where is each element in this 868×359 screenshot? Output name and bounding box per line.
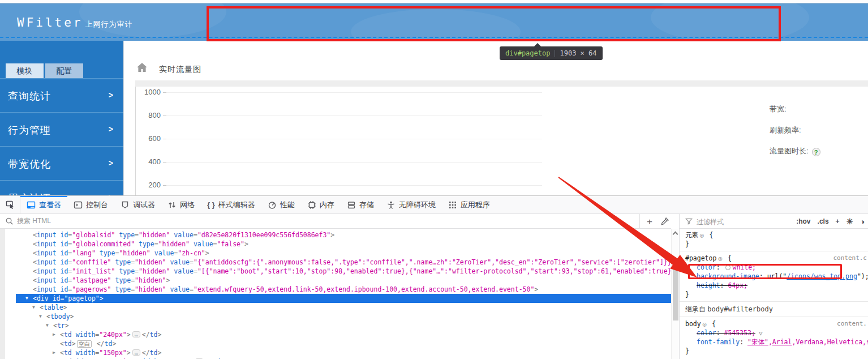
devtools-tab-控制台[interactable]: 控制台 — [67, 196, 114, 213]
sidebar-item-用户认证[interactable]: 用户认证> — [0, 180, 123, 195]
rule-selector[interactable]: #pagetop — [685, 254, 716, 262]
expanded-twisty-icon[interactable]: ▼ — [39, 312, 42, 321]
code-token: = — [190, 285, 194, 293]
ellipsis-expander[interactable]: … — [132, 349, 140, 356]
collapsed-twisty-icon[interactable]: ▶ — [53, 348, 55, 357]
sidebar-item-行为管理[interactable]: 行为管理> — [0, 112, 123, 146]
eyedropper-icon[interactable] — [660, 217, 669, 226]
devtools-tab-内存[interactable]: 内存 — [301, 196, 341, 213]
devtools-tab-无障碍环境[interactable]: 无障碍环境 — [380, 196, 442, 213]
markup-node[interactable]: <input id="pagerows" type="hidden" value… — [0, 285, 671, 294]
css-declaration-font-family[interactable]: font-family: "宋体",Arial,Verdana,Helvetic… — [685, 337, 868, 347]
devtools-tab-label: 调试器 — [133, 200, 155, 210]
devtools-tab-网络[interactable]: 网络 — [161, 196, 201, 213]
gridline — [166, 116, 542, 116]
markup-scrollbar[interactable] — [671, 229, 679, 359]
markup-node[interactable]: <input id="init_list" type="hidden" valu… — [0, 267, 671, 276]
print-simulation-icon[interactable]: ◑ — [860, 217, 865, 226]
code-token: input — [37, 267, 57, 275]
code-token: value — [166, 258, 190, 266]
markup-search-bar: + — [0, 214, 671, 229]
rule-divider — [680, 317, 868, 317]
overridden-filter-icon[interactable]: ▽ — [759, 330, 763, 337]
scroll-up-icon[interactable] — [673, 232, 678, 237]
tab-config[interactable]: 配置 — [45, 63, 83, 78]
markup-node[interactable]: <input id="lang" type="hidden" value="zh… — [0, 249, 671, 258]
add-rule-button[interactable]: + — [836, 217, 840, 225]
highlight-target-icon[interactable]: ◎ — [718, 255, 722, 262]
tab-modules[interactable]: 模块 — [6, 63, 44, 78]
markup-node-selected[interactable]: ▼<div id="pagetop"> — [16, 294, 671, 303]
highlight-target-icon[interactable]: ◎ — [700, 232, 704, 239]
infobar-node-name: div#pagetop — [505, 49, 550, 57]
page-title: 实时流量图 — [159, 65, 201, 75]
expanded-twisty-icon[interactable]: ▼ — [25, 294, 28, 303]
code-token: > — [72, 340, 76, 348]
devtools-toolbar: 查看器控制台调试器网络{ }样式编辑器性能内存存储无障碍环境应用程序 — [0, 196, 868, 214]
markup-node[interactable]: ▶<td width="240px">…</td> — [0, 330, 671, 339]
devtools-tab-查看器[interactable]: 查看器 — [20, 196, 67, 213]
code-token: type — [115, 267, 135, 275]
add-node-button[interactable]: + — [647, 217, 652, 226]
markup-node[interactable]: <input id="globalsid" type="hidden" valu… — [0, 230, 671, 240]
markup-node[interactable]: ▼<table> — [0, 303, 671, 312]
code-token: td — [64, 349, 72, 357]
chart-toolbar-strip — [135, 80, 868, 87]
code-token: value — [170, 267, 194, 275]
sidebar-tabs: 模块 配置 — [6, 63, 83, 78]
font-link[interactable]: Arial — [772, 338, 792, 346]
highlight-target-icon[interactable]: ◎ — [703, 320, 707, 328]
css-declaration-height[interactable]: height: 64px; — [685, 281, 868, 290]
code-token: < — [40, 304, 44, 311]
code-token: "globalsid" — [72, 231, 115, 239]
markup-node[interactable]: <input id="lastpage" type="hidden"> — [0, 276, 671, 285]
sidebar-item-查询统计[interactable]: 查询统计> — [0, 78, 123, 112]
stylesheet-source-link[interactable]: content.c — [833, 254, 867, 263]
sidebar-item-label: 行为管理 — [8, 123, 51, 137]
filter-styles-placeholder[interactable]: 过滤样式 — [697, 217, 724, 227]
sidebar-item-带宽优化[interactable]: 带宽优化> — [0, 146, 123, 180]
tick-label: 1000 — [136, 88, 161, 96]
code-token: > — [244, 240, 248, 248]
home-icon[interactable] — [136, 62, 148, 72]
markup-node[interactable]: <input id="globalcommited" type="hidden"… — [0, 240, 671, 249]
light-mode-icon[interactable]: ☀ — [846, 217, 854, 226]
code-token: < — [46, 313, 50, 320]
pseudo-class-button[interactable]: :hov — [796, 217, 810, 225]
expanded-twisty-icon[interactable]: ▼ — [32, 303, 35, 312]
collapsed-twisty-icon[interactable]: ▶ — [53, 330, 55, 339]
markup-node[interactable]: ▶<td width="150px">…</td> — [0, 348, 671, 357]
scrollbar-thumb[interactable] — [673, 258, 678, 320]
font-link[interactable]: "宋体" — [747, 338, 768, 346]
code-token: td — [150, 331, 158, 339]
inherited-selector[interactable]: body#wfilterbody — [707, 305, 773, 313]
help-icon[interactable]: ? — [812, 148, 820, 156]
code-token: < — [60, 340, 64, 348]
devtools-tab-性能[interactable]: 性能 — [261, 196, 301, 213]
code-token: </ — [97, 340, 105, 348]
class-panel-button[interactable]: .cls — [818, 217, 829, 225]
stylesheet-source-link[interactable]: content. — [837, 319, 867, 328]
devtools-tab-调试器[interactable]: 调试器 — [114, 196, 161, 213]
infobar-caret — [534, 43, 542, 47]
css-declaration-color[interactable]: color: #545353;▽ — [685, 328, 868, 337]
node-picker-button[interactable] — [0, 196, 20, 213]
expanded-twisty-icon[interactable]: ▼ — [46, 321, 49, 330]
network-icon — [167, 200, 177, 210]
code-token: = — [194, 267, 197, 275]
markup-node[interactable]: ▼<tr> — [0, 321, 671, 330]
search-html-input[interactable] — [17, 215, 470, 226]
markup-node[interactable]: <input id="conffile" type="hidden" value… — [0, 258, 671, 267]
rule-selector[interactable]: 元素 — [685, 231, 698, 239]
devtools-tab-样式编辑器[interactable]: { }样式编辑器 — [201, 196, 261, 213]
inherited-from-header: 继承自 body#wfilterbody — [685, 304, 868, 314]
rule-selector[interactable]: body — [685, 320, 701, 328]
markup-node[interactable]: <td>空白 </td> — [0, 339, 671, 348]
setting-label: 刷新频率: — [753, 125, 854, 146]
markup-node[interactable]: ▼<tbody> — [0, 312, 671, 321]
devtools-tab-应用程序[interactable]: 应用程序 — [442, 196, 496, 213]
devtools-tab-存储[interactable]: 存储 — [341, 196, 380, 213]
code-token: id — [57, 249, 68, 257]
rules-view: 元素◎ {}#pagetop◎ {content.ccolor: white;b… — [679, 229, 868, 359]
ellipsis-expander[interactable]: … — [132, 331, 140, 337]
